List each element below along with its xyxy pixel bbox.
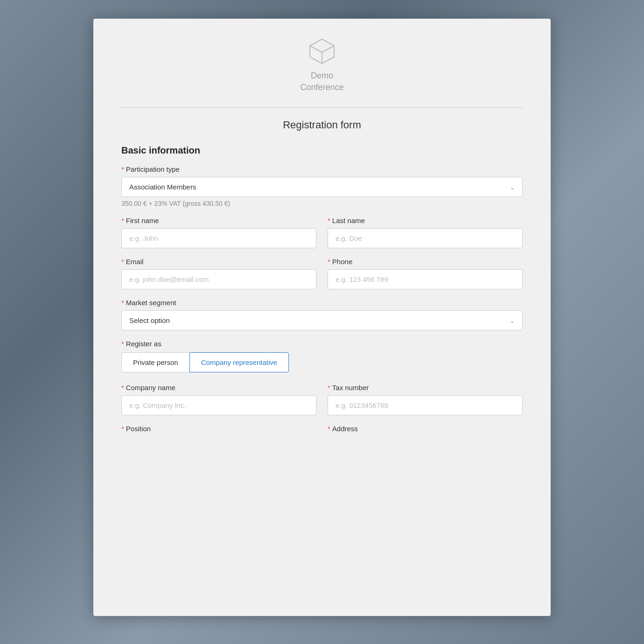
participation-type-label: * Participation type <box>121 165 523 173</box>
logo-area: Demo Conference <box>121 37 523 93</box>
company-representative-button[interactable]: Company representative <box>189 352 289 372</box>
first-name-label: * First name <box>121 217 316 224</box>
registration-card: Demo Conference Registration form Basic … <box>93 19 551 616</box>
register-as-toggle: Private person Company representative <box>121 352 523 372</box>
tax-number-group: * Tax number <box>328 384 523 415</box>
private-person-button[interactable]: Private person <box>121 352 189 372</box>
market-segment-select-wrapper: Select option ⌄ <box>121 310 523 330</box>
required-star-position: * <box>121 425 124 433</box>
position-group: * Position <box>121 425 316 436</box>
phone-group: * Phone <box>328 258 523 289</box>
tax-number-input[interactable] <box>328 395 523 415</box>
last-name-group: * Last name <box>328 217 523 248</box>
required-star-tax: * <box>328 384 330 392</box>
email-label: * Email <box>121 258 316 266</box>
market-segment-label: * Market segment <box>121 299 523 307</box>
address-group: * Address <box>328 425 523 436</box>
email-input[interactable] <box>121 269 316 289</box>
first-name-input[interactable] <box>121 228 316 248</box>
first-name-group: * First name <box>121 217 316 248</box>
contact-row: * Email * Phone <box>121 258 523 299</box>
form-title: Registration form <box>121 119 523 131</box>
phone-label: * Phone <box>328 258 523 266</box>
company-name-input[interactable] <box>121 395 316 415</box>
name-row: * First name * Last name <box>121 217 523 258</box>
required-star-phone: * <box>328 258 330 266</box>
position-label: * Position <box>121 425 316 433</box>
company-row: * Company name * Tax number <box>121 384 523 425</box>
last-name-label: * Last name <box>328 217 523 224</box>
participation-type-group: * Participation type Association Members… <box>121 165 523 207</box>
required-star-email: * <box>121 258 124 266</box>
required-star-firstname: * <box>121 217 124 224</box>
email-group: * Email <box>121 258 316 289</box>
required-star-address: * <box>328 425 330 433</box>
section-basic-title: Basic information <box>121 145 523 156</box>
participation-type-select-wrapper: Association Members ⌄ <box>121 177 523 197</box>
title-divider <box>121 107 523 108</box>
tax-number-label: * Tax number <box>328 384 523 392</box>
conference-name: Demo Conference <box>300 70 343 93</box>
register-as-group: * Register as Private person Company rep… <box>121 340 523 372</box>
company-name-group: * Company name <box>121 384 316 415</box>
phone-input[interactable] <box>328 269 523 289</box>
participation-type-select[interactable]: Association Members <box>121 177 523 197</box>
company-name-label: * Company name <box>121 384 316 392</box>
position-address-row: * Position * Address <box>121 425 523 446</box>
market-segment-select[interactable]: Select option <box>121 310 523 330</box>
required-star-lastname: * <box>328 217 330 224</box>
last-name-input[interactable] <box>328 228 523 248</box>
address-label: * Address <box>328 425 523 433</box>
required-star-register: * <box>121 340 124 348</box>
price-info: 350.00 € + 23% VAT (gross 430.50 €) <box>121 200 523 207</box>
cube-icon <box>308 37 336 65</box>
market-segment-group: * Market segment Select option ⌄ <box>121 299 523 330</box>
required-star-company: * <box>121 384 124 392</box>
required-star-market: * <box>121 299 124 307</box>
required-star-participation: * <box>121 165 124 173</box>
register-as-label: * Register as <box>121 340 523 348</box>
